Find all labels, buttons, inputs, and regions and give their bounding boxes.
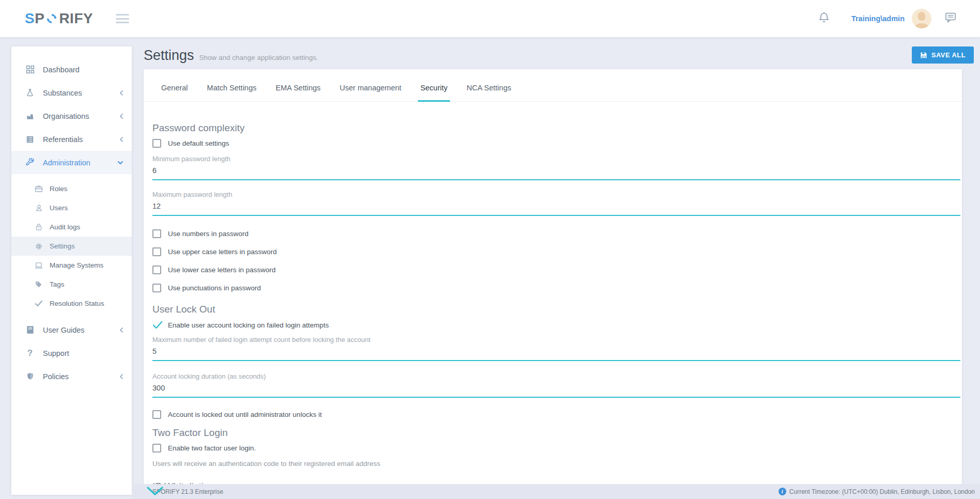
- tab-user-management[interactable]: User management: [337, 84, 404, 102]
- checkbox-use-default-settings[interactable]: Use default settings: [152, 139, 960, 148]
- page-subtitle: Show and change application settings.: [199, 54, 318, 61]
- tab-security[interactable]: Security: [418, 84, 450, 102]
- field-label: Maximum number of failed login attempt c…: [152, 336, 960, 344]
- checkbox-admin-unlock[interactable]: Account is locked out until administrato…: [152, 410, 960, 419]
- chevron-left-icon: [119, 113, 123, 119]
- sidebar-item-referentials[interactable]: Referentials: [11, 128, 132, 151]
- field-maximum-password-length: Maximum password length: [152, 191, 960, 216]
- sidebar-subitem-resolution-status[interactable]: Resolution Status: [11, 294, 132, 313]
- tab-match-settings[interactable]: Match Settings: [205, 84, 259, 102]
- user-avatar[interactable]: [912, 9, 931, 28]
- field-minimum-password-length: Minimum password length: [152, 155, 960, 180]
- notifications-bell-icon[interactable]: [818, 11, 830, 26]
- application-window: SPRIFY Training\admin Dashboard Substanc…: [0, 0, 980, 499]
- sidebar-subitem-label: Resolution Status: [50, 300, 104, 307]
- sidebar-item-label: Substances: [43, 89, 82, 97]
- sidebar-subitem-label: Roles: [50, 185, 68, 193]
- sidebar-subitem-users[interactable]: Users: [11, 198, 132, 217]
- dashboard-grid-icon: [25, 65, 35, 74]
- feedback-chat-icon[interactable]: [945, 12, 956, 25]
- menu-toggle-icon[interactable]: [116, 14, 129, 23]
- sidebar-item-label: Dashboard: [43, 66, 80, 74]
- section-user-lock-out: User Lock Out: [152, 304, 960, 315]
- sidebar-item-support[interactable]: ? Support: [11, 341, 132, 365]
- save-all-button[interactable]: SAVE ALL: [912, 46, 974, 64]
- factory-icon: [25, 112, 35, 120]
- section-two-factor-login: Two Factor Login: [152, 427, 960, 439]
- sidebar-item-organisations[interactable]: Organisations: [11, 104, 132, 128]
- sidebar-item-label: Organisations: [43, 112, 89, 120]
- checkbox-box[interactable]: [152, 229, 161, 238]
- lock-icon: [34, 223, 43, 231]
- sidebar-item-label: User Guides: [43, 326, 85, 334]
- footer-bar: SPORIFY 21.3 Enterprise i Current Timezo…: [132, 484, 980, 499]
- chevron-left-icon: [119, 90, 123, 96]
- sidebar-item-policies[interactable]: Policies: [11, 365, 132, 388]
- checkbox-box[interactable]: [152, 139, 161, 148]
- checkbox-box[interactable]: [152, 284, 161, 292]
- list-icon: [25, 135, 35, 144]
- logged-in-user[interactable]: Training\admin: [851, 14, 905, 23]
- laptop-icon: [34, 262, 43, 269]
- sidebar-nav: Dashboard Substances Organisations Refer…: [11, 46, 132, 495]
- sidebar-subitem-tags[interactable]: Tags: [11, 275, 132, 294]
- sidebar-item-administration[interactable]: Administration: [11, 151, 132, 174]
- locking-duration-input[interactable]: [152, 380, 960, 398]
- maximum-password-length-input[interactable]: [152, 198, 960, 216]
- max-failed-attempts-input[interactable]: [152, 344, 960, 361]
- checkbox-use-punctuations[interactable]: Use punctuations in password: [152, 284, 960, 292]
- gear-icon: [34, 242, 43, 251]
- check-icon: [34, 300, 43, 307]
- tab-nca-settings[interactable]: NCA Settings: [464, 84, 514, 102]
- field-max-failed-attempts: Maximum number of failed login attempt c…: [152, 336, 960, 361]
- checkbox-use-lowercase[interactable]: Use lower case letters in password: [152, 266, 960, 274]
- flask-icon: [25, 88, 35, 97]
- sidebar-item-substances[interactable]: Substances: [11, 81, 132, 104]
- checkbox-box[interactable]: [152, 247, 161, 256]
- checkbox-box[interactable]: [152, 266, 161, 274]
- sidebar-subitem-audit-logs[interactable]: Audit logs: [11, 217, 132, 237]
- chevron-down-icon: [117, 161, 123, 165]
- sidebar-item-label: Referentials: [43, 135, 83, 144]
- checkbox-box[interactable]: [152, 410, 161, 419]
- sidebar-subitem-settings[interactable]: Settings: [11, 237, 132, 256]
- sidebar-item-user-guides[interactable]: User Guides: [11, 318, 132, 341]
- checkmark-icon[interactable]: [152, 320, 164, 330]
- sidebar-item-label: Policies: [43, 372, 69, 381]
- checkbox-box[interactable]: [152, 444, 161, 453]
- sidebar-item-dashboard[interactable]: Dashboard: [11, 58, 132, 81]
- minimum-password-length-input[interactable]: [152, 163, 960, 180]
- chevron-left-icon: [119, 327, 123, 333]
- logo-letter-s: S: [25, 10, 35, 27]
- checkbox-use-numbers[interactable]: Use numbers in password: [152, 229, 960, 238]
- top-bar: SPRIFY Training\admin: [0, 0, 980, 37]
- sidebar-subitem-manage-systems[interactable]: Manage Systems: [11, 256, 132, 275]
- briefcase-icon: [34, 185, 43, 193]
- checkbox-enable-two-factor[interactable]: Enable two factor user login.: [152, 444, 960, 453]
- sidebar-subitem-label: Tags: [50, 280, 65, 288]
- settings-tabs: General Match Settings EMA Settings User…: [144, 69, 962, 102]
- sidebar-subitem-label: Users: [50, 204, 68, 212]
- tag-icon: [34, 280, 43, 288]
- field-label: Minimum password length: [152, 155, 960, 163]
- checkbox-enable-account-locking[interactable]: Enable user account locking on failed lo…: [152, 320, 960, 330]
- two-factor-note: Users will receive an authentication cod…: [152, 460, 960, 467]
- save-floppy-icon: [920, 52, 927, 59]
- tab-ema-settings[interactable]: EMA Settings: [273, 84, 323, 102]
- field-label: Account locking duration (as seconds): [152, 372, 960, 380]
- checkbox-use-uppercase[interactable]: Use upper case letters in password: [152, 247, 960, 256]
- book-icon: [25, 325, 35, 334]
- sidebar-item-label: Administration: [43, 159, 90, 167]
- sidebar-subitem-roles[interactable]: Roles: [11, 179, 132, 198]
- sidebar-subitem-label: Settings: [50, 242, 75, 250]
- sidebar-subitem-label: Audit logs: [50, 223, 80, 231]
- scroll-down-chevron-icon[interactable]: [146, 486, 164, 498]
- app-logo[interactable]: SPRIFY: [25, 10, 93, 27]
- logo-cycle-icon: [45, 12, 58, 25]
- tab-general[interactable]: General: [159, 84, 191, 102]
- settings-panel: General Match Settings EMA Settings User…: [144, 69, 962, 484]
- sidebar-subitem-label: Manage Systems: [50, 261, 103, 269]
- logo-letter-p: P: [35, 10, 44, 27]
- shield-icon: [25, 372, 35, 381]
- info-icon: i: [779, 488, 786, 495]
